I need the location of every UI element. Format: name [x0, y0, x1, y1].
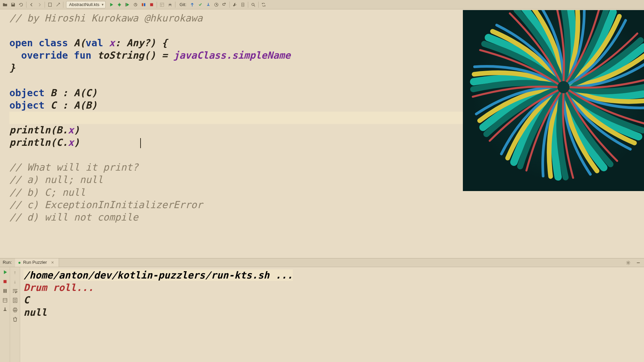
svg-rect-14 [637, 262, 640, 263]
run-tab-label: Run Puzzler [23, 260, 47, 265]
stop-icon[interactable] [148, 1, 155, 8]
main-toolbar: AbstractNull.kts ▼ Git: [0, 0, 644, 9]
forward-icon[interactable] [36, 1, 43, 8]
git-history-icon[interactable] [213, 1, 220, 8]
svg-rect-6 [150, 3, 153, 6]
exit-icon[interactable] [2, 297, 8, 303]
back-icon[interactable] [28, 1, 35, 8]
wrap-icon[interactable] [12, 288, 18, 294]
down-icon[interactable]: ↓ [12, 279, 18, 285]
text-caret [140, 138, 141, 148]
scroll-icon[interactable] [12, 297, 18, 303]
run-tab-active[interactable]: Run Puzzler ✕ [15, 258, 59, 267]
structure-icon[interactable] [166, 1, 174, 8]
svg-rect-7 [160, 3, 164, 6]
tool-icon[interactable] [231, 1, 238, 8]
console-line-drum: Drum roll... [23, 282, 94, 293]
svg-rect-15 [3, 280, 6, 283]
wand-icon[interactable] [54, 1, 62, 8]
git-revert-icon[interactable] [221, 1, 228, 8]
refresh-icon[interactable] [17, 1, 25, 8]
console-output[interactable]: /home/anton/dev/kotlin-puzzlers/run-kts.… [20, 267, 644, 362]
rerun-icon[interactable] [2, 269, 8, 275]
status-dot-icon [18, 262, 20, 264]
clipboard-icon[interactable] [46, 1, 54, 8]
run-tabs-bar: Run: Run Puzzler ✕ [0, 258, 644, 267]
svg-rect-0 [49, 3, 52, 6]
git-label: Git: [179, 2, 186, 7]
svg-point-13 [628, 262, 629, 263]
git-commit-icon[interactable] [197, 1, 204, 8]
svg-point-1 [118, 3, 121, 6]
svg-rect-9 [241, 3, 244, 6]
profile-icon[interactable] [132, 1, 139, 8]
coverage-icon[interactable] [124, 1, 131, 8]
debug-icon[interactable] [116, 1, 123, 8]
hide-icon[interactable] [635, 259, 642, 266]
svg-rect-18 [3, 298, 7, 302]
console-out-1: C [23, 294, 29, 306]
svg-point-10 [252, 3, 254, 5]
sync-icon[interactable] [260, 1, 267, 8]
console-command: /home/anton/dev/kotlin-puzzlers/run-kts.… [23, 269, 293, 281]
run-gutter-right: ↑ ↓ [10, 267, 20, 362]
git-update-icon[interactable] [189, 1, 196, 8]
open-icon[interactable] [1, 1, 9, 8]
chevron-down-icon: ▼ [101, 3, 104, 6]
close-tab-icon[interactable]: ✕ [51, 260, 54, 264]
svg-rect-2 [125, 3, 126, 6]
svg-rect-21 [14, 308, 16, 309]
ant-icon[interactable] [239, 1, 247, 8]
svg-rect-4 [142, 3, 143, 6]
svg-rect-5 [144, 3, 145, 6]
run-config-name: AbstractNull.kts [69, 2, 99, 7]
pin-icon[interactable] [2, 307, 8, 313]
attach-icon[interactable] [140, 1, 147, 8]
up-icon[interactable]: ↑ [12, 269, 18, 275]
stop-run-icon[interactable] [2, 279, 8, 285]
console-out-2: null [23, 307, 47, 318]
git-push-icon[interactable] [205, 1, 212, 8]
svg-point-12 [557, 81, 570, 93]
search-icon[interactable] [250, 1, 257, 8]
gear-icon[interactable] [625, 259, 632, 266]
decorative-swirl-image [463, 10, 644, 191]
pause-icon[interactable] [2, 288, 8, 294]
comment-author: // by Hiroshi Kurokawa @hkurokawa [9, 12, 203, 24]
save-icon[interactable] [9, 1, 17, 8]
layout-icon[interactable] [158, 1, 166, 8]
run-config-selector[interactable]: AbstractNull.kts ▼ [66, 1, 106, 8]
svg-rect-17 [5, 289, 6, 293]
run-panel-label: Run: [0, 258, 15, 267]
print-icon[interactable] [12, 307, 18, 313]
run-gutter-left [0, 267, 10, 362]
run-tool-window: Run: Run Puzzler ✕ ↑ ↓ /home/anton/ [0, 258, 644, 362]
run-icon[interactable] [108, 1, 115, 8]
svg-rect-16 [3, 289, 4, 293]
trash-icon[interactable] [12, 316, 18, 322]
